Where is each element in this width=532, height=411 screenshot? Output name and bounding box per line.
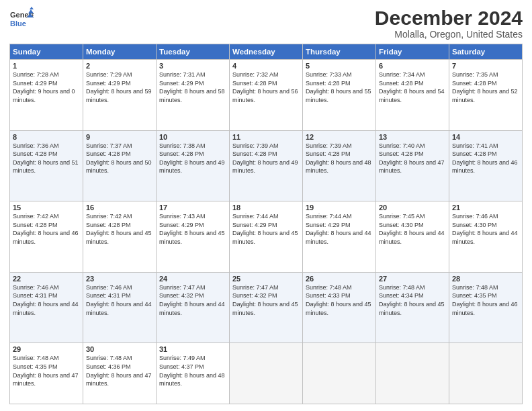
table-row: 10 Sunrise: 7:38 AMSunset: 4:28 PMDaylig…	[157, 130, 230, 201]
table-row: 24 Sunrise: 7:47 AMSunset: 4:32 PMDaylig…	[157, 272, 230, 343]
table-row: 2 Sunrise: 7:29 AMSunset: 4:29 PMDayligh…	[83, 60, 157, 131]
col-sunday: Sunday	[10, 44, 83, 60]
day-number: 15	[13, 203, 80, 212]
col-thursday: Thursday	[303, 44, 376, 60]
day-info: Sunrise: 7:39 AMSunset: 4:28 PMDaylight:…	[232, 142, 298, 175]
day-number: 10	[159, 133, 226, 141]
table-row: 26 Sunrise: 7:48 AMSunset: 4:33 PMDaylig…	[303, 272, 376, 343]
day-number: 7	[452, 62, 519, 70]
day-number: 28	[452, 275, 519, 283]
day-info: Sunrise: 7:42 AMSunset: 4:28 PMDaylight:…	[86, 213, 152, 245]
day-number: 27	[379, 275, 446, 283]
day-info: Sunrise: 7:48 AMSunset: 4:35 PMDaylight:…	[452, 284, 518, 316]
table-row: 21 Sunrise: 7:46 AMSunset: 4:30 PMDaylig…	[449, 201, 523, 273]
table-row	[230, 343, 303, 404]
day-number: 12	[306, 133, 373, 141]
day-number: 1	[13, 62, 80, 70]
table-row: 14 Sunrise: 7:41 AMSunset: 4:28 PMDaylig…	[449, 130, 523, 201]
table-row: 12 Sunrise: 7:39 AMSunset: 4:28 PMDaylig…	[303, 130, 376, 201]
table-row: 16 Sunrise: 7:42 AMSunset: 4:28 PMDaylig…	[83, 201, 157, 273]
day-info: Sunrise: 7:44 AMSunset: 4:29 PMDaylight:…	[306, 213, 371, 245]
day-info: Sunrise: 7:47 AMSunset: 4:32 PMDaylight:…	[232, 284, 298, 316]
calendar-table: Sunday Monday Tuesday Wednesday Thursday…	[9, 44, 523, 404]
day-number: 31	[159, 345, 226, 353]
svg-marker-2	[30, 7, 34, 9]
day-number: 30	[86, 345, 153, 353]
table-row: 20 Sunrise: 7:45 AMSunset: 4:30 PMDaylig…	[376, 201, 449, 273]
day-number: 6	[379, 62, 446, 70]
day-number: 29	[13, 345, 80, 353]
table-row: 18 Sunrise: 7:44 AMSunset: 4:29 PMDaylig…	[230, 201, 303, 273]
day-number: 21	[452, 203, 519, 212]
day-number: 14	[452, 133, 519, 141]
day-number: 26	[306, 275, 373, 283]
table-row: 7 Sunrise: 7:35 AMSunset: 4:28 PMDayligh…	[449, 60, 523, 131]
day-info: Sunrise: 7:44 AMSunset: 4:29 PMDaylight:…	[232, 213, 298, 245]
logo: General Blue	[9, 7, 34, 31]
table-row: 29 Sunrise: 7:48 AMSunset: 4:35 PMDaylig…	[10, 343, 83, 404]
day-number: 8	[13, 133, 80, 141]
table-row: 11 Sunrise: 7:39 AMSunset: 4:28 PMDaylig…	[230, 130, 303, 201]
table-row: 27 Sunrise: 7:48 AMSunset: 4:34 PMDaylig…	[376, 272, 449, 343]
top-section: General Blue December 2024 Molalla, Oreg…	[9, 7, 523, 40]
day-number: 25	[232, 275, 300, 283]
day-info: Sunrise: 7:42 AMSunset: 4:28 PMDaylight:…	[13, 213, 79, 245]
day-number: 22	[13, 275, 80, 283]
table-row: 17 Sunrise: 7:43 AMSunset: 4:29 PMDaylig…	[157, 201, 230, 273]
table-row: 1 Sunrise: 7:28 AMSunset: 4:29 PMDayligh…	[10, 60, 83, 131]
logo-svg: General Blue	[9, 7, 34, 31]
table-row: 9 Sunrise: 7:37 AMSunset: 4:28 PMDayligh…	[83, 130, 157, 201]
table-row: 23 Sunrise: 7:46 AMSunset: 4:31 PMDaylig…	[83, 272, 157, 343]
table-row: 22 Sunrise: 7:46 AMSunset: 4:31 PMDaylig…	[10, 272, 83, 343]
col-saturday: Saturday	[449, 44, 523, 60]
calendar-header-row: Sunday Monday Tuesday Wednesday Thursday…	[10, 44, 523, 60]
day-info: Sunrise: 7:31 AMSunset: 4:29 PMDaylight:…	[159, 71, 225, 103]
day-info: Sunrise: 7:49 AMSunset: 4:37 PMDaylight:…	[159, 355, 225, 387]
table-row: 3 Sunrise: 7:31 AMSunset: 4:29 PMDayligh…	[157, 60, 230, 131]
table-row	[449, 343, 523, 404]
col-wednesday: Wednesday	[230, 44, 303, 60]
day-info: Sunrise: 7:48 AMSunset: 4:34 PMDaylight:…	[379, 284, 445, 316]
day-number: 4	[232, 62, 300, 70]
day-number: 23	[86, 275, 153, 283]
day-number: 18	[232, 203, 300, 212]
day-number: 24	[159, 275, 226, 283]
table-row	[303, 343, 376, 404]
day-info: Sunrise: 7:46 AMSunset: 4:31 PMDaylight:…	[86, 284, 152, 316]
col-friday: Friday	[376, 44, 449, 60]
table-row: 30 Sunrise: 7:48 AMSunset: 4:36 PMDaylig…	[83, 343, 157, 404]
day-info: Sunrise: 7:41 AMSunset: 4:28 PMDaylight:…	[452, 142, 518, 175]
day-info: Sunrise: 7:32 AMSunset: 4:28 PMDaylight:…	[232, 71, 298, 103]
svg-text:Blue: Blue	[10, 19, 26, 28]
table-row: 25 Sunrise: 7:47 AMSunset: 4:32 PMDaylig…	[230, 272, 303, 343]
day-info: Sunrise: 7:48 AMSunset: 4:36 PMDaylight:…	[86, 355, 152, 387]
table-row: 8 Sunrise: 7:36 AMSunset: 4:28 PMDayligh…	[10, 130, 83, 201]
day-info: Sunrise: 7:39 AMSunset: 4:28 PMDaylight:…	[306, 142, 371, 175]
table-row: 6 Sunrise: 7:34 AMSunset: 4:28 PMDayligh…	[376, 60, 449, 131]
header-right: December 2024 Molalla, Oregon, United St…	[375, 7, 523, 40]
day-info: Sunrise: 7:29 AMSunset: 4:29 PMDaylight:…	[86, 71, 152, 103]
table-row: 19 Sunrise: 7:44 AMSunset: 4:29 PMDaylig…	[303, 201, 376, 273]
day-number: 13	[379, 133, 446, 141]
day-info: Sunrise: 7:43 AMSunset: 4:29 PMDaylight:…	[159, 213, 225, 245]
day-number: 9	[86, 133, 153, 141]
col-monday: Monday	[83, 44, 157, 60]
day-info: Sunrise: 7:46 AMSunset: 4:30 PMDaylight:…	[452, 213, 518, 245]
table-row: 31 Sunrise: 7:49 AMSunset: 4:37 PMDaylig…	[157, 343, 230, 404]
day-info: Sunrise: 7:48 AMSunset: 4:35 PMDaylight:…	[13, 355, 79, 387]
day-number: 20	[379, 203, 446, 212]
day-info: Sunrise: 7:48 AMSunset: 4:33 PMDaylight:…	[306, 284, 371, 316]
page: General Blue December 2024 Molalla, Oreg…	[0, 0, 532, 411]
day-info: Sunrise: 7:40 AMSunset: 4:28 PMDaylight:…	[379, 142, 445, 175]
day-info: Sunrise: 7:28 AMSunset: 4:29 PMDaylight:…	[13, 71, 75, 103]
day-number: 17	[159, 203, 226, 212]
col-tuesday: Tuesday	[157, 44, 230, 60]
day-info: Sunrise: 7:46 AMSunset: 4:31 PMDaylight:…	[13, 284, 79, 316]
table-row: 5 Sunrise: 7:33 AMSunset: 4:28 PMDayligh…	[303, 60, 376, 131]
day-info: Sunrise: 7:36 AMSunset: 4:28 PMDaylight:…	[13, 142, 79, 175]
day-info: Sunrise: 7:33 AMSunset: 4:28 PMDaylight:…	[306, 71, 371, 103]
day-info: Sunrise: 7:37 AMSunset: 4:28 PMDaylight:…	[86, 142, 152, 175]
table-row: 15 Sunrise: 7:42 AMSunset: 4:28 PMDaylig…	[10, 201, 83, 273]
table-row: 28 Sunrise: 7:48 AMSunset: 4:35 PMDaylig…	[449, 272, 523, 343]
page-subtitle: Molalla, Oregon, United States	[375, 29, 523, 40]
